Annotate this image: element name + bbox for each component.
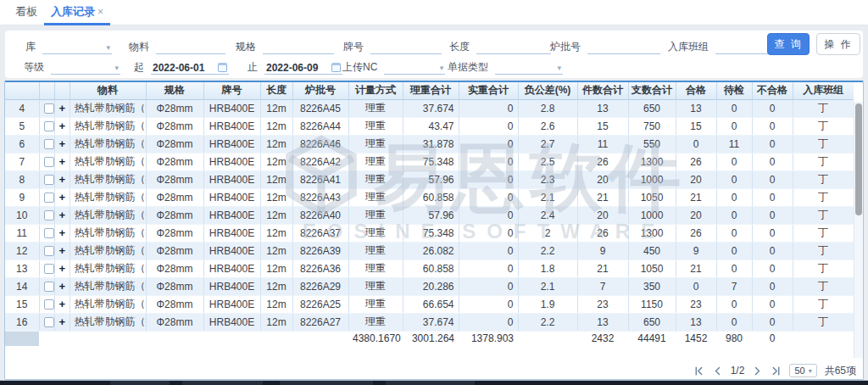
row-checkbox[interactable] [44,103,54,114]
table-row[interactable]: 6+热轧带肋钢筋（抗震）Φ28mmHRB400E12m8226A46理重31.8… [5,135,854,153]
row-checkbox[interactable] [44,246,54,256]
cell-actual: 0 [459,188,518,206]
last-page-icon[interactable] [771,365,782,377]
page-size-select[interactable]: 50 ▾ [789,364,816,377]
row-checkbox[interactable] [44,139,54,149]
cell-pending: 11 [716,135,752,153]
column-header-actual[interactable]: 实重合计 [459,82,518,99]
cell-expand: + [54,206,70,224]
expand-icon[interactable]: + [59,137,66,150]
row-checkbox[interactable] [44,228,54,238]
column-header-method[interactable]: 计量方式 [348,82,403,99]
column-header-material[interactable]: 物料 [70,82,146,99]
row-checkbox[interactable] [44,121,54,131]
column-header-batch[interactable]: 炉批号 [292,82,348,99]
expand-icon[interactable]: + [59,120,66,132]
cell-spec: Φ28mm [146,295,203,313]
expand-icon[interactable]: + [59,315,66,328]
expand-icon[interactable]: + [59,102,66,114]
table-row[interactable]: 5+热轧带肋钢筋（抗震）Φ28mmHRB400E12m8226A44理重43.4… [5,117,854,135]
column-header-length[interactable]: 长度 [260,82,292,99]
date-to-input[interactable]: 2022-06-09 [264,59,342,75]
filter-length-label: 长度 [449,40,470,54]
table-row[interactable]: 12+热轧带肋钢筋（抗震）Φ28mmHRB400E12m8226A39理重26.… [5,242,854,259]
row-checkbox[interactable] [44,264,54,274]
filter-level-label: 等级 [24,60,44,75]
cell-qualified: 0 [676,135,716,153]
expand-icon[interactable]: + [59,191,66,204]
cell-qualified: 26 [676,224,716,242]
scrollbar-thumb[interactable] [855,103,862,215]
expand-icon[interactable]: + [59,173,66,186]
column-header-team[interactable]: 入库班组 [793,82,854,99]
row-checkbox[interactable] [44,299,54,310]
query-button[interactable]: 查 询 [767,33,810,55]
next-page-icon[interactable] [752,365,763,377]
column-header-grade[interactable]: 牌号 [203,82,260,99]
level-select[interactable]: ▾ [51,59,120,75]
expand-icon[interactable]: + [59,280,66,293]
length-input[interactable] [476,39,551,54]
cell-grade: HRB400E [203,99,260,117]
column-header-theo[interactable]: 理重合计 [403,82,459,99]
close-icon[interactable]: × [97,6,103,18]
cell-num: 11 [5,224,39,242]
prev-page-icon[interactable] [712,365,723,377]
table-row[interactable]: 16+热轧带肋钢筋（抗震）Φ28mmHRB400E12m8226A27理重37.… [5,313,854,331]
column-header-pieces[interactable]: 件数合计 [577,82,628,99]
table-row[interactable]: 13+热轧带肋钢筋（抗震）Φ28mmHRB400E12m8226A36理重60.… [5,259,854,277]
expand-icon[interactable]: + [59,262,66,275]
vertical-scrollbar[interactable] [854,102,863,358]
tab-inbound-records[interactable]: 入库记录× [44,0,110,25]
table-row[interactable]: 9+热轧带肋钢筋（抗震）Φ28mmHRB400E12m8226A43理重60.8… [5,188,854,206]
grade-input[interactable] [370,39,442,54]
summary-cell-method: 4380.1670 [348,331,403,346]
doctype-select[interactable]: ▾ [495,59,563,75]
table-row[interactable]: 4+热轧带肋钢筋（抗震）Φ28mmHRB400E12m8226A45理重37.6… [5,99,854,117]
spec-input[interactable] [263,39,334,54]
summary-cell-unqualified: 0 [752,331,793,346]
row-checkbox[interactable] [44,282,54,292]
expand-icon[interactable]: + [59,244,66,257]
expand-icon[interactable]: + [59,298,66,310]
cell-tolerance: 1.9 [518,295,577,313]
cell-theo: 75.348 [403,153,459,170]
calendar-icon[interactable] [218,63,227,72]
column-header-unqualified[interactable]: 不合格 [752,82,793,99]
expand-icon[interactable]: + [59,209,66,221]
column-header-tolerance[interactable]: 负公差(%) [518,82,577,99]
table-row[interactable]: 14+热轧带肋钢筋（抗震）Φ28mmHRB400E12m8226A29理重20.… [5,277,854,295]
column-header-qualified[interactable]: 合格 [676,82,716,99]
date-from-input[interactable]: 2022-06-01 [151,59,229,75]
first-page-icon[interactable] [693,365,704,377]
calendar-icon[interactable] [331,63,341,72]
summary-cell-bars: 44491 [628,331,676,346]
row-checkbox[interactable] [44,210,54,220]
column-header-pending[interactable]: 待检 [716,82,752,99]
row-checkbox[interactable] [44,317,54,327]
expand-icon[interactable]: + [59,155,66,168]
warehouse-select[interactable]: ▾ [42,39,112,54]
row-checkbox[interactable] [44,157,54,167]
tab-dashboard[interactable]: 看板 [15,0,37,25]
table-row[interactable]: 10+热轧带肋钢筋（抗震）Φ28mmHRB400E12m8226A40理重57.… [5,206,854,224]
cell-tolerance: 2.7 [518,135,577,153]
cell-batch: 8226A41 [292,170,348,188]
row-checkbox[interactable] [44,175,54,185]
material-input[interactable] [156,39,225,54]
expand-icon[interactable]: + [59,226,66,239]
table-row[interactable]: 7+热轧带肋钢筋（抗震）Φ28mmHRB400E12m8226A42理重75.3… [5,153,854,170]
cell-material: 热轧带肋钢筋（抗震） [70,153,146,170]
row-checkbox[interactable] [44,192,54,203]
table-row[interactable]: 15+热轧带肋钢筋（抗震）Φ28mmHRB400E12m8226A25理重66.… [5,295,854,313]
table-row[interactable]: 8+热轧带肋钢筋（抗震）Φ28mmHRB400E12m8226A41理重57.9… [5,170,854,188]
column-header-bars[interactable]: 支数合计 [628,82,676,99]
cell-length: 12m [260,259,292,277]
batch-input[interactable] [587,39,660,54]
cell-actual: 0 [459,242,518,259]
table-row[interactable]: 11+热轧带肋钢筋（抗震）Φ28mmHRB400E12m8226A37理重75.… [5,224,854,242]
column-header-spec[interactable]: 规格 [146,82,203,99]
cell-method: 理重 [348,99,403,117]
upload-nc-select[interactable]: ▾ [384,59,445,75]
operate-button[interactable]: 操 作 [816,33,860,55]
